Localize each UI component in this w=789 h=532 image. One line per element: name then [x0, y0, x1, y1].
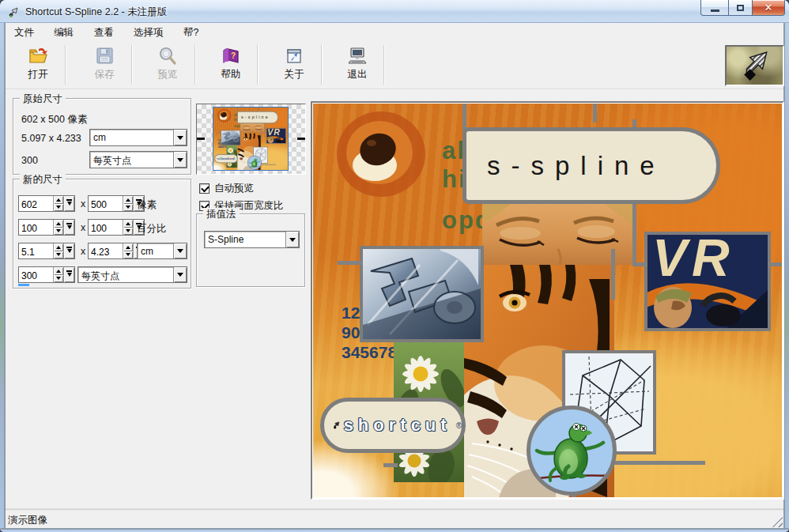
image-view-panel: abc hij opqr 12 90 345678 — [311, 101, 784, 500]
divider-line — [261, 130, 262, 138]
crop-tick-left — [197, 138, 205, 140]
new-unit-combo[interactable]: cm — [137, 243, 187, 259]
spin-up-icon[interactable] — [54, 267, 63, 275]
help-button-label: 帮助 — [221, 68, 241, 81]
maximize-button[interactable] — [728, 0, 753, 16]
auto-preview-checkbox[interactable]: 自动预览 — [199, 182, 254, 195]
gecko-circle — [527, 406, 617, 496]
crop-tick-right — [297, 138, 305, 140]
spin-down-icon[interactable] — [54, 275, 63, 283]
spin-up-icon[interactable] — [54, 220, 63, 228]
about-button[interactable]: 关于 — [268, 45, 320, 87]
gecko-cartoon — [248, 157, 262, 170]
spin-up-icon[interactable] — [54, 243, 63, 251]
sspline-brand-pill: s-spline — [462, 127, 720, 204]
window-frame-bottom — [0, 528, 789, 532]
spin-down-icon[interactable] — [123, 251, 133, 259]
chevron-down-icon[interactable] — [173, 267, 187, 282]
svg-text:?: ? — [231, 51, 236, 60]
interpolation-combo[interactable]: S-Spline — [204, 231, 300, 248]
checkbox-checked-icon[interactable] — [199, 183, 210, 194]
chevron-down-icon[interactable] — [173, 130, 187, 145]
app-icon — [7, 5, 21, 18]
original-dpi-combo[interactable]: 每英寸点 — [89, 151, 187, 168]
open-button[interactable]: 打开 — [12, 45, 64, 87]
toolbar-separator — [65, 45, 66, 85]
spin-down-icon[interactable] — [123, 204, 133, 212]
close-button[interactable]: ✕ — [752, 0, 785, 16]
original-unit-combo[interactable]: cm — [89, 129, 187, 146]
open-folder-icon — [28, 45, 49, 66]
divider-line — [593, 104, 597, 123]
pixels-unit-label: 像素 — [137, 198, 157, 212]
about-window-icon — [284, 45, 305, 66]
spin-drop-icon[interactable] — [63, 243, 74, 258]
exit-button[interactable]: 退出 — [331, 45, 383, 87]
goldfish-eye — [215, 108, 232, 124]
spin-down-icon[interactable] — [54, 204, 63, 212]
original-unit-value: cm — [90, 130, 173, 145]
thumbnail-preview-panel: abc hij opqr 12 90 345678 — [196, 104, 306, 175]
spin-up-icon[interactable] — [123, 196, 133, 204]
spin-down-icon[interactable] — [54, 228, 63, 236]
spin-up-icon[interactable] — [54, 196, 63, 204]
menu-bar: 文件 编辑 查看 选择项 帮? — [6, 23, 783, 42]
divider-line — [634, 262, 647, 266]
menu-edit[interactable]: 编辑 — [45, 23, 82, 43]
maximize-icon — [737, 5, 744, 11]
chevron-down-icon[interactable] — [173, 243, 187, 258]
about-button-label: 关于 — [285, 68, 304, 81]
times-label: x — [81, 198, 85, 209]
new-unit-value: cm — [138, 243, 173, 258]
status-text: 演示图像 — [8, 514, 47, 527]
new-height-cm-input[interactable] — [89, 243, 123, 258]
percent-unit-label: 百分比 — [137, 222, 167, 236]
minimize-button[interactable] — [700, 0, 729, 16]
sspline-brand-text: s-spline — [238, 115, 270, 119]
spin-down-icon[interactable] — [54, 251, 63, 259]
svg-text:VR: VR — [267, 128, 280, 137]
focus-mark — [18, 284, 29, 286]
menu-file[interactable]: 文件 — [6, 23, 43, 43]
svg-text:VR: VR — [652, 232, 734, 287]
window-frame-left — [0, 23, 6, 528]
shortcut-logo-panel — [725, 45, 784, 86]
interpolation-value: S-Spline — [205, 232, 285, 247]
sspline-brand-text: s-spline — [466, 151, 666, 181]
spin-up-icon[interactable] — [123, 220, 133, 228]
title-bar[interactable]: Shortcut S-Spline 2.2 - 未注册版 ✕ — [0, 0, 789, 23]
new-width-cm-input[interactable] — [19, 243, 53, 258]
times-label: x — [81, 246, 85, 257]
minimize-icon — [711, 9, 719, 12]
divider-line — [768, 262, 782, 266]
metal-tool-photo — [221, 130, 240, 145]
new-height-px-input[interactable] — [89, 196, 123, 211]
resize-grip[interactable] — [772, 516, 783, 527]
auto-preview-label: 自动预览 — [214, 182, 254, 195]
menu-view[interactable]: 查看 — [85, 23, 123, 43]
new-dpi-spinner — [18, 266, 75, 283]
chevron-down-icon[interactable] — [173, 152, 187, 168]
original-size-title: 原始尺寸 — [20, 92, 66, 106]
gecko-cartoon — [530, 409, 613, 492]
numbers-row: 345678 — [218, 145, 227, 149]
spin-drop-icon[interactable] — [63, 196, 74, 211]
spin-drop-icon[interactable] — [63, 220, 74, 235]
toolbar-separator — [321, 45, 322, 85]
new-height-pct-input[interactable] — [89, 220, 123, 235]
new-dpi-combo[interactable]: 每英寸点 — [77, 266, 187, 283]
spin-up-icon[interactable] — [123, 243, 133, 251]
new-dpi-input[interactable] — [19, 267, 53, 282]
new-width-pct-input[interactable] — [19, 220, 53, 235]
menu-help[interactable]: 帮? — [175, 23, 207, 43]
chevron-down-icon[interactable] — [285, 232, 299, 247]
gecko-circle — [247, 156, 262, 170]
goldfish-eye — [324, 105, 435, 212]
new-width-px-input[interactable] — [19, 196, 53, 211]
spin-down-icon[interactable] — [123, 228, 133, 236]
original-dpi-unit: 每英寸点 — [90, 152, 173, 168]
spin-drop-icon[interactable] — [63, 267, 74, 282]
save-button: 保存 — [78, 45, 130, 87]
menu-options[interactable]: 选择项 — [125, 23, 172, 43]
help-button[interactable]: ? 帮助 — [205, 45, 257, 87]
